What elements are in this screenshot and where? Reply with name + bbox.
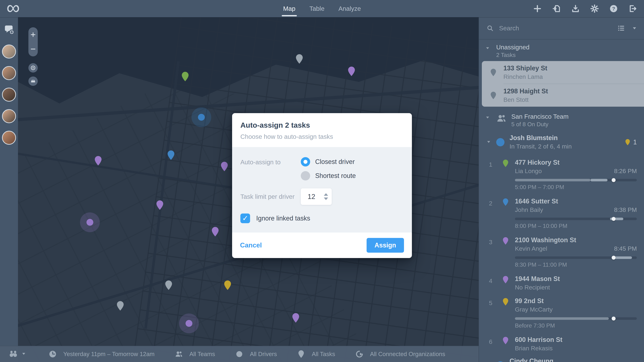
main-tabs: MapTableAnalyze (283, 0, 361, 17)
collapse-caret-icon[interactable] (485, 115, 490, 120)
driver-avatar[interactable] (2, 66, 16, 80)
collapse-caret-icon[interactable] (485, 46, 490, 51)
progress-handle[interactable] (612, 256, 616, 260)
import-icon[interactable] (552, 4, 561, 13)
task-pin-marker[interactable] (94, 156, 102, 166)
checkbox-label: Ignore linked tasks (256, 214, 310, 222)
task-pin-marker[interactable] (347, 66, 356, 77)
team-subtitle: 5 of 8 On Duty (511, 121, 568, 128)
task-limit-input[interactable] (307, 193, 320, 201)
filter-teams[interactable]: All Teams (175, 350, 215, 358)
task-pin-icon (502, 336, 509, 352)
stepper-arrows[interactable] (324, 193, 328, 200)
dialog-subtitle: Choose how to auto-assign tasks (240, 133, 404, 140)
task-progress-bar[interactable] (515, 179, 637, 181)
task-pin-marker[interactable] (167, 150, 175, 160)
task-progress-bar[interactable] (515, 256, 637, 259)
filter-drivers[interactable]: All Drivers (235, 350, 277, 358)
cancel-button[interactable]: Cancel (240, 241, 262, 249)
progress-handle[interactable] (612, 217, 616, 221)
clock-icon (48, 350, 57, 358)
driver-row[interactable]: Cindy CheungOffline, 0 of 4 (479, 354, 644, 362)
task-address: 600 Harrison St (515, 336, 637, 343)
tab-map[interactable]: Map (283, 0, 296, 17)
filter-label: All Connected Organizations (370, 351, 445, 358)
driver-marker[interactable] (186, 320, 192, 327)
assign-button[interactable]: Assign (366, 238, 404, 253)
new-conversation-icon[interactable] (3, 24, 15, 35)
route-task-row[interactable]: 599 2nd StGray McCartyBefore 7:30 PM (479, 293, 644, 332)
list-view-icon[interactable] (618, 24, 625, 32)
task-pin-icon (502, 236, 509, 268)
task-sequence-number: 1 (479, 159, 502, 190)
locate-button[interactable] (28, 63, 38, 73)
route-task-row[interactable]: 6600 Harrison StBrian Rekasis (479, 332, 644, 354)
search-input[interactable] (499, 24, 612, 32)
download-icon[interactable] (571, 4, 580, 13)
task-pin-icon (490, 68, 496, 76)
teams-icon (175, 350, 183, 358)
route-task-row[interactable]: 21646 Sutter StJohn Baily8:38 PM8:00 PM … (479, 193, 644, 232)
driver-avatar[interactable] (2, 88, 16, 102)
task-pin-marker[interactable] (211, 227, 219, 237)
filter-org[interactable]: All Connected Organizations (355, 350, 445, 358)
task-progress-bar[interactable] (515, 218, 637, 220)
traffic-layer-button[interactable] (28, 76, 38, 86)
filter-clock[interactable]: Yesterday 11pm – Tomorrow 12am (48, 350, 154, 358)
task-time-window: 8:30 PM – 11:00 PM (515, 261, 637, 268)
task-pin-marker[interactable] (292, 313, 300, 323)
unassigned-task-row[interactable]: 133 Shipley StRinchen Lama (482, 61, 644, 84)
task-pin-marker[interactable] (116, 301, 124, 311)
group-header-unassigned[interactable]: Unassigned2 Tasks (479, 39, 644, 61)
task-pin-marker[interactable] (156, 200, 164, 210)
task-pin-marker[interactable] (181, 71, 189, 82)
task-time-window: 5:00 PM – 7:00 PM (515, 184, 637, 190)
task-pin-marker[interactable] (224, 280, 232, 290)
checkbox-checked-icon[interactable] (240, 213, 250, 223)
filter-tasks[interactable]: All Tasks (297, 350, 335, 358)
driver-row[interactable]: Josh BlumsteinIn Transit, 2 of 6, 4 min1 (479, 130, 644, 154)
help-icon[interactable]: ? (609, 4, 618, 13)
zoom-in-button[interactable] (30, 32, 36, 38)
task-eta: 8:45 PM (614, 245, 637, 252)
driver-marker[interactable] (86, 219, 93, 226)
route-task-row[interactable]: 1477 Hickory StLia Longo8:26 PM5:00 PM –… (479, 154, 644, 193)
unassigned-task-row[interactable]: 1298 Haight StBen Stott (482, 84, 644, 107)
tab-table[interactable]: Table (310, 0, 324, 17)
tab-analyze[interactable]: Analyze (338, 0, 361, 17)
driver-status: In Transit, 2 of 6, 4 min (510, 143, 625, 150)
filter-items: Yesterday 11pm – Tomorrow 12amAll TeamsA… (48, 350, 445, 358)
driver-dot-icon (496, 138, 504, 146)
driver-marker[interactable] (198, 114, 205, 121)
task-progress-bar[interactable] (515, 317, 637, 320)
sign-out-icon[interactable] (628, 4, 637, 13)
selected-task-group[interactable]: 133 Shipley StRinchen Lama1298 Haight St… (482, 61, 644, 107)
team-header[interactable]: San Francisco Team5 of 8 On Duty (479, 107, 644, 130)
zoom-out-button[interactable] (30, 46, 36, 52)
driver-avatar[interactable] (2, 44, 16, 58)
driver-avatar[interactable] (2, 109, 16, 123)
route-task-row[interactable]: 41944 Mason StNo Recipient (479, 271, 644, 293)
driver-avatar[interactable] (2, 131, 16, 145)
task-pin-marker[interactable] (164, 280, 173, 290)
progress-handle[interactable] (612, 178, 616, 182)
pin-icon (625, 139, 630, 146)
task-pin-marker[interactable] (295, 54, 304, 64)
route-task-row[interactable]: 32100 Washington StKevin Angel8:45 PM8:3… (479, 232, 644, 271)
radio-selected-icon[interactable] (301, 157, 310, 167)
auto-assign-dialog: Auto-assign 2 tasks Choose how to auto-a… (232, 113, 412, 258)
option-shortest-route[interactable]: Shortest route (301, 171, 356, 181)
add-icon[interactable] (533, 4, 542, 13)
progress-handle[interactable] (612, 317, 616, 321)
chevron-down-icon[interactable] (632, 25, 637, 31)
stepper-up-icon[interactable] (324, 193, 328, 196)
task-address: 133 Shipley St (504, 65, 547, 72)
collapse-caret-icon[interactable] (486, 139, 491, 144)
task-pin-marker[interactable] (220, 162, 228, 172)
settings-icon[interactable] (590, 4, 599, 13)
stepper-down-icon[interactable] (324, 197, 328, 200)
radio-unselected-icon[interactable] (301, 171, 310, 181)
option-closest-driver[interactable]: Closest driver (301, 157, 356, 167)
ignore-linked-row: Ignore linked tasks (240, 213, 404, 223)
view-filter-control[interactable] (9, 349, 26, 359)
